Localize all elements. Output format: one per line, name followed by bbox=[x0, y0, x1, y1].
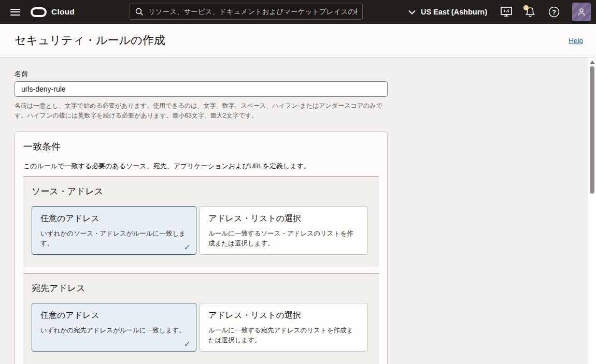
notifications-button[interactable] bbox=[524, 6, 536, 18]
selected-check-icon: ✓ bbox=[184, 339, 191, 349]
option-card-select-address-list[interactable]: アドレス・リストの選択 ルールに一致するソース・アドレスのリストを作成または選択… bbox=[200, 206, 368, 255]
option-description: いずれかのソース・アドレスがルールに一致します。 bbox=[40, 229, 191, 249]
option-card-any-address[interactable]: 任意のアドレス いずれかの宛先アドレスがルールに一致します。 ✓ bbox=[32, 303, 196, 352]
option-description: ルールに一致するソース・アドレスのリストを作成または選択します。 bbox=[208, 229, 359, 249]
brand-text: Cloud bbox=[51, 7, 75, 17]
match-criteria-description: このルールで一致する必要のあるソース、宛先、アプリケーションおよびURLを定義し… bbox=[23, 162, 379, 171]
help-icon: ? bbox=[548, 6, 560, 18]
search-icon bbox=[135, 8, 144, 16]
name-field-label: 名前 bbox=[15, 69, 596, 79]
option-card-any-address[interactable]: 任意のアドレス いずれかのソース・アドレスがルールに一致します。 ✓ bbox=[32, 206, 196, 255]
cloud-shell-button[interactable] bbox=[501, 6, 512, 18]
hamburger-menu-icon[interactable] bbox=[10, 9, 20, 16]
topbar-right-cluster: US East (Ashburn) ? bbox=[408, 3, 596, 21]
match-criteria-title: 一致条件 bbox=[23, 140, 379, 153]
destination-address-section: 宛先アドレス 任意のアドレス いずれかの宛先アドレスがルールに一致します。 ✓ … bbox=[23, 273, 379, 364]
user-avatar[interactable] bbox=[572, 3, 591, 21]
selected-check-icon: ✓ bbox=[184, 242, 191, 252]
notification-badge bbox=[523, 5, 529, 10]
option-title: アドレス・リストの選択 bbox=[208, 213, 359, 224]
vertical-scrollbar[interactable] bbox=[588, 57, 596, 364]
option-description: いずれかの宛先アドレスがルールに一致します。 bbox=[40, 326, 191, 336]
chevron-down-icon bbox=[408, 10, 416, 14]
page-header: セキュリティ・ルールの作成 Help bbox=[0, 24, 596, 57]
main-content: 名前 名前は一意とし、文字で始める必要があります。使用できるのは、文字、数字、ス… bbox=[0, 57, 596, 364]
scrollbar-thumb[interactable] bbox=[590, 66, 594, 194]
search-input[interactable] bbox=[148, 8, 357, 16]
scroll-up-arrow-icon[interactable] bbox=[590, 61, 595, 64]
help-button[interactable]: ? bbox=[548, 6, 560, 18]
region-selector[interactable]: US East (Ashburn) bbox=[408, 8, 487, 16]
region-label: US East (Ashburn) bbox=[421, 8, 487, 16]
option-title: 任意のアドレス bbox=[40, 310, 188, 321]
name-field-help-text: 名前は一意とし、文字で始める必要があります。使用できるのは、文字、数字、スペース… bbox=[15, 101, 386, 121]
oracle-logo-icon bbox=[31, 7, 47, 17]
destination-address-title: 宛先アドレス bbox=[32, 282, 370, 294]
option-title: 任意のアドレス bbox=[40, 213, 188, 224]
source-address-section: ソース・アドレス 任意のアドレス いずれかのソース・アドレスがルールに一致します… bbox=[23, 176, 379, 267]
source-address-options: 任意のアドレス いずれかのソース・アドレスがルールに一致します。 ✓ アドレス・… bbox=[32, 206, 370, 255]
svg-text:?: ? bbox=[552, 9, 556, 16]
brand-logo[interactable]: Cloud bbox=[31, 7, 75, 17]
cloud-shell-icon bbox=[501, 7, 512, 17]
top-navigation-bar: Cloud US East (Ashburn) bbox=[0, 0, 596, 24]
name-input[interactable] bbox=[15, 81, 388, 97]
source-address-title: ソース・アドレス bbox=[32, 185, 370, 197]
global-search[interactable] bbox=[130, 4, 363, 20]
destination-address-options: 任意のアドレス いずれかの宛先アドレスがルールに一致します。 ✓ アドレス・リス… bbox=[32, 303, 370, 352]
option-description: ルールに一致する宛先アドレスのリストを作成または選択します。 bbox=[208, 326, 359, 345]
person-icon bbox=[577, 8, 586, 17]
help-link[interactable]: Help bbox=[569, 37, 583, 45]
option-card-select-address-list[interactable]: アドレス・リストの選択 ルールに一致する宛先アドレスのリストを作成または選択しま… bbox=[200, 303, 368, 352]
option-title: アドレス・リストの選択 bbox=[208, 310, 359, 321]
page-title: セキュリティ・ルールの作成 bbox=[15, 33, 165, 48]
match-criteria-card: 一致条件 このルールで一致する必要のあるソース、宛先、アプリケーションおよびUR… bbox=[15, 132, 388, 364]
